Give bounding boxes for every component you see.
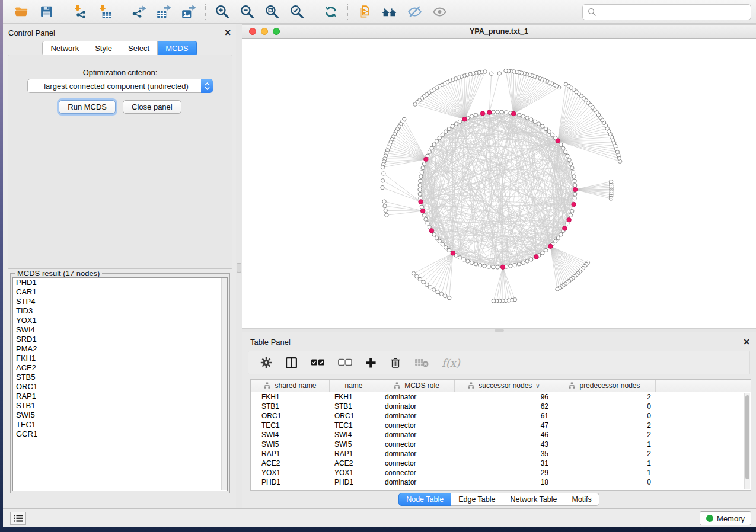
close-panel-icon[interactable]: ✕ [743,339,750,345]
show-columns-button[interactable] [285,357,298,369]
hide-selected-button[interactable] [402,2,427,22]
cell-shared-name: SWI4 [251,430,330,440]
function-builder-disabled: f(x) [442,357,460,369]
mcds-result-item[interactable]: YOX1 [13,316,227,325]
zoom-fit-button[interactable] [260,2,285,22]
import-table-icon [97,4,113,20]
mcds-result-item[interactable]: ORC1 [13,382,227,392]
list-icon [14,514,23,523]
mcds-result-item[interactable]: STB1 [13,401,227,411]
tab-select[interactable]: Select [120,41,158,56]
tab-mcds[interactable]: MCDS [158,41,196,56]
save-session-button[interactable] [34,2,59,22]
eye-slash-icon [407,4,423,20]
mcds-result-item[interactable]: FKH1 [13,354,227,363]
import-table-button[interactable] [92,2,117,22]
search-input[interactable] [600,7,751,18]
vertical-splitter[interactable] [236,24,242,508]
float-panel-icon[interactable] [732,339,738,345]
column-header-predecessor-nodes[interactable]: predecessor nodes [553,380,656,392]
mcds-result-item[interactable]: STB5 [13,373,227,382]
show-all-button[interactable] [427,2,452,22]
cell-name: SWI4 [330,430,378,440]
table-row[interactable]: SWI5SWI5connector431 [251,440,751,449]
cell-predecessor-nodes: 2 [553,430,656,440]
table-row[interactable]: SWI4SWI4dominator462 [251,430,751,440]
table-row[interactable]: TEC1TEC1connector472 [251,421,751,430]
cell-shared-name: FKH1 [251,392,330,402]
refresh-button[interactable] [318,2,343,22]
network-titlebar[interactable]: YPA_prune.txt_1 [242,24,756,39]
export-network-button[interactable] [126,2,151,22]
table-panel: Table Panel ✕ [242,332,756,508]
zoom-in-button[interactable] [210,2,235,22]
deselect-all-button[interactable] [338,358,352,367]
column-settings-button[interactable] [260,357,272,368]
delete-column-button[interactable] [390,357,401,368]
mcds-result-item[interactable]: SWI4 [13,325,227,335]
mcds-result-item[interactable]: ACE2 [13,363,227,373]
zoom-out-button[interactable] [235,2,260,22]
table-row[interactable]: ACE2ACE2connector311 [251,459,751,468]
column-header-successor-nodes[interactable]: successor nodes∨ [455,380,553,392]
export-table-button[interactable] [151,2,176,22]
first-neighbors-button[interactable] [377,2,402,22]
import-network-button[interactable] [68,2,92,22]
tab-node-table[interactable]: Node Table [398,493,451,506]
memory-button[interactable]: Memory [700,511,751,525]
cell-successor-nodes: 62 [455,402,553,411]
cell-MCDS-role: dominator [378,402,455,411]
zoom-out-icon [240,4,255,20]
node-table-header: shared namenameMCDS rolesuccessor nodes∨… [251,380,751,392]
splitter-handle[interactable] [237,263,241,273]
close-panel-button[interactable]: Close panel [123,100,181,114]
columns-icon [285,357,298,369]
tab-network-table[interactable]: Network Table [503,493,565,506]
search-box[interactable] [582,4,751,20]
open-file-button[interactable] [9,2,34,22]
tab-edge-table[interactable]: Edge Table [451,493,503,506]
tab-style[interactable]: Style [87,41,120,56]
export-image-button[interactable] [176,2,201,22]
mcds-result-item[interactable]: STP4 [13,297,227,306]
plus-icon [365,357,377,368]
float-panel-icon[interactable] [213,30,219,36]
mcds-result-item[interactable]: SRD1 [13,335,227,344]
scrollbar-thumb[interactable] [745,395,749,479]
run-mcds-button[interactable]: Run MCDS [59,100,116,114]
column-header-MCDS-role[interactable]: MCDS role [378,380,455,392]
cell-shared-name: STB1 [251,402,330,411]
mcds-result-item[interactable]: TEC1 [13,420,227,430]
select-all-button[interactable] [311,358,325,367]
fx-icon: f(x) [442,357,460,369]
mcds-result-item[interactable]: GCR1 [13,430,227,439]
network-canvas[interactable] [242,39,756,328]
mcds-result-item[interactable]: RAP1 [13,392,227,401]
mcds-result-item[interactable]: PMA2 [13,344,227,354]
table-row[interactable]: PHD1PHD1dominator180 [251,477,751,487]
mcds-result-item[interactable]: TID3 [13,306,227,316]
mcds-result-item[interactable]: CAR1 [13,287,227,297]
tab-motifs[interactable]: Motifs [564,493,599,506]
close-panel-icon[interactable]: ✕ [224,30,231,36]
cell-successor-nodes: 96 [455,392,553,402]
mcds-result-item[interactable]: SWI5 [13,411,227,420]
cell-name: YOX1 [330,468,378,477]
criterion-dropdown[interactable]: largest connected component (undirected) [27,79,213,93]
tab-network[interactable]: Network [42,41,87,56]
duplicate-network-button[interactable] [352,2,377,22]
column-header-name[interactable]: name [330,380,378,392]
table-row[interactable]: RAP1RAP1dominator352 [251,449,751,459]
mcds-scrollbar[interactable] [221,278,227,490]
table-scrollbar[interactable] [744,393,750,489]
column-header-shared-name[interactable]: shared name [251,380,330,392]
zoom-selected-button[interactable] [285,2,310,22]
mcds-result-item[interactable]: PHD1 [13,278,227,287]
table-row[interactable]: FKH1FKH1dominator962 [251,392,751,402]
table-row[interactable]: STB1STB1dominator620 [251,402,751,411]
table-row[interactable]: ORC1ORC1dominator610 [251,411,751,421]
task-history-button[interactable] [10,512,26,525]
add-column-button[interactable] [365,357,377,368]
mcds-result-list[interactable]: PHD1CAR1STP4TID3YOX1SWI4SRD1PMA2FKH1ACE2… [12,277,228,491]
table-row[interactable]: YOX1YOX1connector291 [251,468,751,477]
